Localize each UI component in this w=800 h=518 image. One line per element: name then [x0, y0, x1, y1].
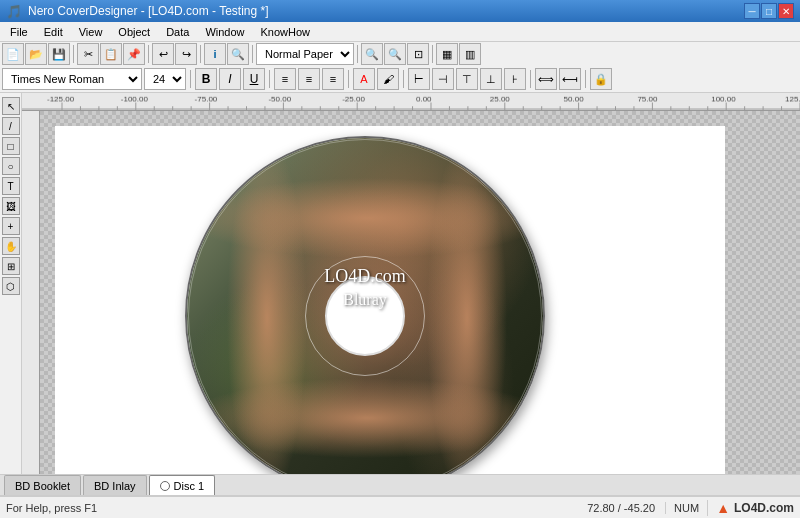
- draw-line-tool[interactable]: /: [2, 117, 20, 135]
- italic-button[interactable]: I: [219, 68, 241, 90]
- menu-object[interactable]: Object: [110, 23, 158, 41]
- search-button[interactable]: 🔍: [227, 43, 249, 65]
- menu-data[interactable]: Data: [158, 23, 197, 41]
- fit-button[interactable]: ⊡: [407, 43, 429, 65]
- paste-button[interactable]: 📌: [123, 43, 145, 65]
- title-bar: 🎵 Nero CoverDesigner - [LO4D.com - Testi…: [0, 0, 800, 22]
- menu-file[interactable]: File: [2, 23, 36, 41]
- paste-icon: 📌: [127, 48, 141, 61]
- font-size-select[interactable]: 24: [144, 68, 186, 90]
- position-bottom-button[interactable]: ⊦: [504, 68, 526, 90]
- maximize-button[interactable]: □: [761, 3, 777, 19]
- close-button[interactable]: ✕: [778, 3, 794, 19]
- logo-area: ▲ LO4D.com: [707, 500, 794, 516]
- align-right-button[interactable]: ≡: [322, 68, 344, 90]
- ellipse-icon: ○: [7, 161, 13, 172]
- paper-select[interactable]: Normal Paper: [256, 43, 354, 65]
- text-icon: T: [7, 181, 13, 192]
- image-tool[interactable]: 🖼: [2, 197, 20, 215]
- separator2: [148, 45, 149, 63]
- crop-tool[interactable]: ⊞: [2, 257, 20, 275]
- distribute-h-button[interactable]: ⟺: [535, 68, 557, 90]
- horizontal-ruler: [22, 93, 800, 110]
- align-left-icon: ≡: [282, 73, 288, 85]
- logo-text: LO4D.com: [734, 501, 794, 515]
- pos-right-icon: ⊤: [462, 73, 472, 86]
- cut-button[interactable]: ✂: [77, 43, 99, 65]
- view1-button[interactable]: ▦: [436, 43, 458, 65]
- file-tools: 📄 📂 💾: [2, 43, 70, 65]
- working-area[interactable]: LO4D.com Bluray: [40, 111, 800, 474]
- draw-ellipse-tool[interactable]: ○: [2, 157, 20, 175]
- view2-icon: ▥: [465, 48, 475, 61]
- cut-icon: ✂: [84, 48, 93, 61]
- zoom-icon: +: [8, 221, 14, 232]
- redo-button[interactable]: ↪: [175, 43, 197, 65]
- view2-button[interactable]: ▥: [459, 43, 481, 65]
- position-center-button[interactable]: ⊣: [432, 68, 454, 90]
- select-tool[interactable]: ↖: [2, 97, 20, 115]
- align-left-button[interactable]: ≡: [274, 68, 296, 90]
- copy-icon: 📋: [104, 48, 118, 61]
- bold-button[interactable]: B: [195, 68, 217, 90]
- font-sep6: [585, 70, 586, 88]
- draw-rect-tool[interactable]: □: [2, 137, 20, 155]
- position-top-button[interactable]: ⊥: [480, 68, 502, 90]
- status-bar: For Help, press F1 72.80 / -45.20 NUM ▲ …: [0, 496, 800, 518]
- tab-bd-booklet-label: BD Booklet: [15, 480, 70, 492]
- distribute-v-button[interactable]: ⟻: [559, 68, 581, 90]
- separator4: [252, 45, 253, 63]
- zoom-in-button[interactable]: 🔍: [384, 43, 406, 65]
- align-right-icon: ≡: [330, 73, 336, 85]
- align-center-button[interactable]: ≡: [298, 68, 320, 90]
- window-title: Nero CoverDesigner - [LO4D.com - Testing…: [28, 4, 269, 18]
- title-bar-controls[interactable]: ─ □ ✕: [744, 3, 794, 19]
- hand-icon: ✋: [5, 241, 17, 252]
- canvas-area[interactable]: LO4D.com Bluray: [22, 93, 800, 474]
- separator6: [432, 45, 433, 63]
- disc-tab-icon: [160, 481, 170, 491]
- pos-top-icon: ⊥: [486, 73, 496, 86]
- disc[interactable]: LO4D.com Bluray: [185, 136, 545, 474]
- copy-button[interactable]: 📋: [100, 43, 122, 65]
- zoom-tool[interactable]: +: [2, 217, 20, 235]
- canvas-paper: LO4D.com Bluray: [55, 126, 725, 474]
- text-tool[interactable]: T: [2, 177, 20, 195]
- zoom-in-icon: 🔍: [388, 48, 402, 61]
- save-button[interactable]: 💾: [48, 43, 70, 65]
- info-button[interactable]: i: [204, 43, 226, 65]
- disc-text-lo4d[interactable]: LO4D.com: [187, 266, 543, 287]
- separator1: [73, 45, 74, 63]
- menu-edit[interactable]: Edit: [36, 23, 71, 41]
- zoom-out-button[interactable]: 🔍: [361, 43, 383, 65]
- position-right-button[interactable]: ⊤: [456, 68, 478, 90]
- menu-view[interactable]: View: [71, 23, 111, 41]
- tab-bd-booklet[interactable]: BD Booklet: [4, 475, 81, 495]
- pan-tool[interactable]: ✋: [2, 237, 20, 255]
- disc-text-bluray[interactable]: Bluray: [187, 291, 543, 309]
- zoom-controls: 🔍 🔍 ⊡: [361, 43, 429, 65]
- dist-v-icon: ⟻: [562, 73, 578, 86]
- minimize-button[interactable]: ─: [744, 3, 760, 19]
- open-button[interactable]: 📂: [25, 43, 47, 65]
- menu-knowhow[interactable]: KnowHow: [253, 23, 319, 41]
- pos-left-icon: ⊢: [414, 73, 424, 86]
- tab-disc1[interactable]: Disc 1: [149, 475, 216, 495]
- polygon-icon: ⬡: [6, 281, 15, 292]
- disc-container[interactable]: LO4D.com Bluray: [185, 136, 545, 474]
- font-toolbar: Times New Roman 24 B I U ≡ ≡ ≡ A 🖌 ⊢ ⊣ ⊤…: [0, 66, 800, 92]
- undo-button[interactable]: ↩: [152, 43, 174, 65]
- new-button[interactable]: 📄: [2, 43, 24, 65]
- paint-button[interactable]: 🖌: [377, 68, 399, 90]
- font-name-select[interactable]: Times New Roman: [2, 68, 142, 90]
- menu-window[interactable]: Window: [197, 23, 252, 41]
- lock-button[interactable]: 🔒: [590, 68, 612, 90]
- tab-bd-inlay[interactable]: BD Inlay: [83, 475, 147, 495]
- underline-button[interactable]: U: [243, 68, 265, 90]
- polygon-tool[interactable]: ⬡: [2, 277, 20, 295]
- color-button[interactable]: A: [353, 68, 375, 90]
- cursor-icon: ↖: [7, 101, 15, 112]
- pos-bottom-icon: ⊦: [512, 73, 518, 86]
- menu-bar: File Edit View Object Data Window KnowHo…: [0, 22, 800, 42]
- position-left-button[interactable]: ⊢: [408, 68, 430, 90]
